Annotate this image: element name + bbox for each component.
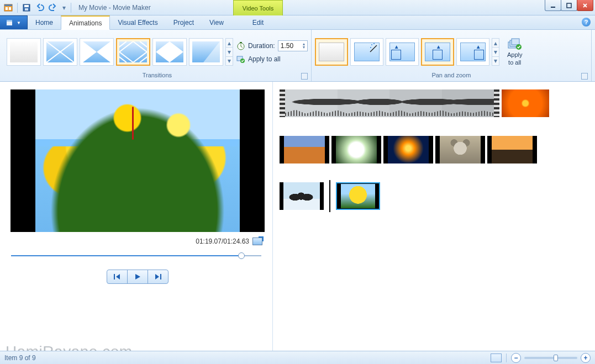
ribbon-tab-bar: ▼ Home Animations Visual Effects Project…	[0, 15, 595, 30]
panzoom-launcher[interactable]	[581, 73, 588, 80]
close-button[interactable]	[577, 0, 593, 11]
zoom-slider[interactable]	[524, 357, 577, 359]
transition-diamond[interactable]	[116, 38, 150, 66]
maximize-button[interactable]	[561, 0, 577, 11]
thumbnail-view-button[interactable]	[491, 354, 502, 362]
gallery-up-icon[interactable]: ▴	[492, 39, 499, 48]
clip-penguins[interactable]	[280, 182, 324, 210]
preview-frame-image	[35, 89, 240, 232]
duration-icon	[236, 41, 245, 50]
svg-rect-12	[240, 42, 242, 43]
storyboard-pane[interactable]	[273, 82, 595, 351]
svg-rect-8	[567, 3, 571, 8]
transitions-gallery-scroll[interactable]: ▴ ▾ ▾	[225, 38, 233, 66]
tab-edit[interactable]: Edit	[233, 15, 283, 30]
group-label-panzoom: Pan and zoom	[431, 72, 471, 78]
prev-frame-button[interactable]	[107, 270, 128, 284]
svg-rect-7	[551, 7, 555, 8]
transition-diagonal-out[interactable]	[152, 38, 187, 66]
play-button[interactable]	[127, 270, 148, 284]
clip-hydrangeas[interactable]	[331, 136, 381, 163]
next-frame-button[interactable]	[148, 270, 169, 284]
transitions-gallery: ▴ ▾ ▾	[7, 38, 233, 66]
storyboard-row-3	[280, 182, 588, 210]
group-transitions: ▴ ▾ ▾ Duration: 1.50 ▴▾ Apply to all	[3, 30, 312, 81]
panzoom-in-left[interactable]: ▲	[386, 38, 419, 66]
group-label-transitions: Transitions	[143, 72, 172, 78]
duration-input[interactable]: 1.50 ▴▾	[278, 40, 308, 51]
transitions-apply-all[interactable]: Apply to all	[236, 55, 308, 64]
redo-icon[interactable]	[47, 2, 59, 14]
svg-rect-22	[114, 274, 115, 279]
title-bar: ▾ My Movie - Movie Maker Video Tools	[0, 0, 595, 15]
gallery-down-icon[interactable]: ▾	[226, 48, 233, 56]
minimize-button[interactable]	[545, 0, 561, 11]
fullscreen-icon[interactable]	[252, 238, 262, 245]
storyboard-row-1	[280, 89, 588, 117]
svg-point-16	[373, 43, 375, 44]
panzoom-gallery: ▲ ▲ ▲ ▴ ▾ ▾	[315, 38, 499, 66]
tab-project[interactable]: Project	[166, 15, 202, 29]
preview-pane: 01:19.07/01:24.63	[0, 82, 273, 351]
tab-home[interactable]: Home	[28, 15, 61, 29]
clip-chrysanthemum[interactable]	[502, 89, 549, 117]
panzoom-auto[interactable]	[350, 38, 383, 66]
clip-wildlife-video[interactable]	[285, 89, 494, 117]
svg-rect-1	[4, 4, 12, 6]
seek-slider[interactable]	[11, 252, 261, 260]
save-icon[interactable]	[20, 2, 33, 14]
apply-all-stack-icon	[508, 38, 522, 50]
zoom-in-button[interactable]: +	[581, 353, 591, 363]
preview-timecode: 01:19.07/01:24.63	[196, 238, 249, 245]
transition-crossfade[interactable]	[43, 38, 77, 66]
filmstrip-edge-icon	[494, 89, 499, 117]
gallery-more-icon[interactable]: ▾	[226, 57, 233, 65]
clip-jellyfish[interactable]	[383, 136, 433, 163]
transition-wipe[interactable]	[189, 38, 223, 66]
clip-lighthouse[interactable]	[487, 136, 537, 163]
panzoom-gallery-scroll[interactable]: ▴ ▾ ▾	[492, 38, 499, 66]
workspace: 01:19.07/01:24.63	[0, 82, 595, 351]
tab-animations[interactable]: Animations	[61, 15, 110, 30]
clip-tulips-selected[interactable]	[336, 182, 380, 210]
duration-label: Duration:	[248, 42, 275, 50]
gallery-down-icon[interactable]: ▾	[492, 48, 499, 56]
panzoom-apply-all[interactable]: Apply to all	[503, 38, 527, 66]
window-controls	[545, 0, 593, 11]
svg-rect-20	[512, 39, 519, 45]
panzoom-in-center[interactable]: ▲	[421, 38, 454, 66]
svg-point-17	[370, 47, 371, 48]
gallery-more-icon[interactable]: ▾	[492, 57, 499, 65]
svg-rect-2	[6, 7, 8, 10]
help-icon[interactable]: ?	[582, 18, 591, 27]
undo-icon[interactable]	[34, 2, 46, 14]
zoom-out-button[interactable]: −	[511, 353, 521, 363]
clip-koala[interactable]	[435, 136, 485, 163]
playhead-marker[interactable]	[324, 182, 336, 210]
transition-options: Duration: 1.50 ▴▾ Apply to all	[236, 40, 308, 64]
status-item-count: Item 9 of 9	[4, 354, 36, 362]
svg-rect-23	[160, 274, 161, 279]
zoom-control: − +	[511, 353, 591, 363]
apply-all-icon	[236, 55, 245, 64]
window-title: My Movie - Movie Maker	[78, 4, 151, 12]
panzoom-in-right[interactable]: ▲	[456, 38, 489, 66]
tab-view[interactable]: View	[202, 15, 231, 29]
app-icon[interactable]	[2, 2, 14, 14]
status-bar: Item 9 of 9 − +	[0, 351, 595, 364]
qat-customize-icon[interactable]: ▾	[60, 2, 68, 14]
svg-rect-5	[24, 5, 29, 7]
panzoom-none[interactable]	[315, 38, 348, 66]
preview-player[interactable]	[10, 89, 265, 232]
tab-visual-effects[interactable]: Visual Effects	[110, 15, 165, 29]
transition-diagonal-in[interactable]	[80, 38, 114, 66]
svg-rect-3	[9, 7, 11, 10]
file-menu-button[interactable]: ▼	[0, 15, 28, 29]
transition-none[interactable]	[7, 38, 41, 66]
gallery-up-icon[interactable]: ▴	[226, 39, 233, 48]
quick-access-toolbar: ▾	[2, 2, 73, 14]
clip-desert[interactable]	[280, 136, 329, 163]
playback-controls	[9, 270, 266, 284]
ribbon: ▴ ▾ ▾ Duration: 1.50 ▴▾ Apply to all	[0, 30, 595, 82]
transitions-launcher[interactable]	[301, 73, 308, 80]
